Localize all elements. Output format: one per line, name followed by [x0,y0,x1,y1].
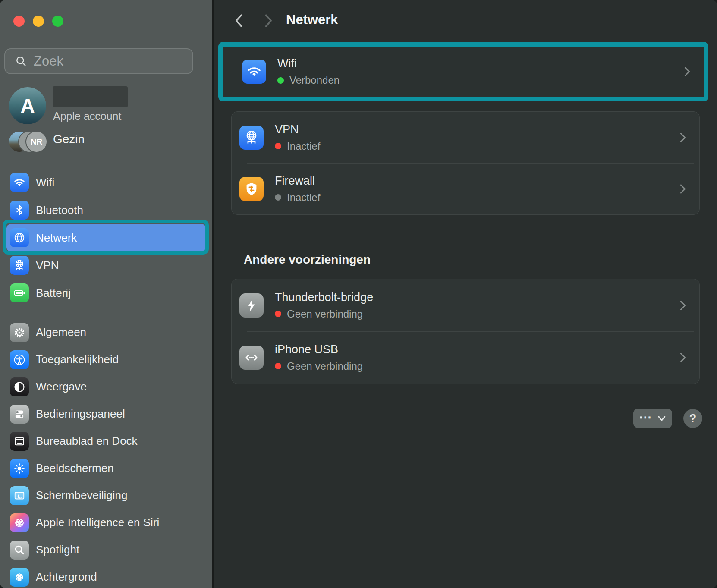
sidebar-item-label: VPN [36,259,59,272]
help-button[interactable]: ? [683,409,702,428]
sidebar-item-label: Weergave [36,380,87,393]
iphone-usb-icon [239,346,264,370]
sidebar-item-batterij[interactable]: Batterij [6,279,206,307]
sidebar-item-bureaublad-en-dock[interactable]: Bureaublad en Dock [6,428,206,455]
blurred-account-name [53,86,128,107]
section-header-other-services: Andere voorzieningen [244,253,371,267]
sidebar-item-label: Netwerk [36,231,77,245]
fullscreen-button[interactable] [52,16,63,27]
window-controls [13,16,63,27]
appearance-icon [10,377,29,396]
row-iphone-usb[interactable]: iPhone USB Geen verbinding [232,331,699,384]
status-dot-green [277,77,284,84]
chevron-right-icon [678,299,688,311]
status-text: Geen verbinding [287,360,363,372]
thunderbolt-icon [239,293,264,318]
row-firewall[interactable]: Firewall Inactief [232,163,699,214]
row-title: Thunderbolt-bridge [275,291,373,304]
annotation-box-wifi: Wifi Verbonden [218,42,708,101]
sidebar-item-netwerk[interactable]: Netwerk [6,224,206,252]
status-dot-red [275,363,281,369]
minimize-button[interactable] [33,16,44,27]
gear-icon [10,323,29,342]
sidebar-item-vpn[interactable]: VPN [6,252,206,279]
close-button[interactable] [13,16,25,27]
sidebar-item-label: Achtergrond [36,570,97,584]
wifi-icon [242,60,266,84]
sidebar-item-label: Schermbeveiliging [36,489,127,502]
main-panel: Netwerk Wifi Verbonden [214,0,717,588]
sidebar-item-bedieningspaneel[interactable]: Bedieningspaneel [6,400,206,428]
sidebar-item-label: Bureaublad en Dock [36,434,138,448]
battery-icon [10,283,29,302]
account-initial: A [20,94,35,117]
accessibility-icon [10,350,29,369]
ellipsis-icon: ⋯ [639,411,652,424]
family-label[interactable]: Gezin [53,132,85,146]
screensaver-icon [10,486,29,505]
sidebar-item-label: Wifi [36,176,54,189]
status-dot-red [275,143,281,149]
row-title: Wifi [277,57,340,70]
family-member-initials-avatar: NR [26,132,47,152]
sidebar-nav-network-group: Wifi Bluetooth Netwerk [0,169,214,307]
row-title: Firewall [275,174,320,188]
chevron-left-icon [232,12,247,29]
status-text: Verbonden [289,74,340,86]
row-title: VPN [275,123,320,136]
chevron-down-icon [657,415,667,422]
sidebar-item-wifi[interactable]: Wifi [6,169,206,196]
sidebar-item-bluetooth[interactable]: Bluetooth [6,196,206,224]
more-options-button[interactable]: ⋯ [633,409,672,428]
sidebar-item-achtergrond[interactable]: Achtergrond [6,563,206,588]
row-title: iPhone USB [275,343,363,356]
row-wifi[interactable]: Wifi Verbonden [223,47,704,97]
vpn-icon [239,126,264,150]
firewall-icon [239,177,264,201]
row-vpn[interactable]: VPN Inactief [232,112,699,163]
sidebar-item-label: Bluetooth [36,204,83,217]
search-icon [15,55,28,68]
back-button[interactable] [231,12,248,29]
search-field[interactable] [4,48,193,74]
control-center-icon [10,405,29,424]
sidebar-item-label: Bedieningspaneel [36,407,125,421]
spotlight-icon [10,541,29,560]
apple-account-label[interactable]: Apple account [53,110,121,123]
wallpaper-icon [10,568,29,587]
search-input[interactable] [34,53,186,69]
chevron-right-icon [678,352,688,364]
sidebar-item-schermbeveiliging[interactable]: Schermbeveiliging [6,482,206,509]
chevron-right-icon [260,12,276,29]
sidebar-item-apple-intelligence-en-siri[interactable]: Apple Intelligence en Siri [6,509,206,536]
sidebar-item-label: Apple Intelligence en Siri [36,516,159,529]
page-title: Netwerk [286,12,338,28]
chevron-right-icon [678,132,688,144]
family-badge: NR [31,137,42,147]
status-dot-gray [275,194,281,201]
sidebar-item-weergave[interactable]: Weergave [6,373,206,400]
forward-button[interactable] [259,12,277,29]
status-dot-red [275,311,281,317]
system-settings-window: A Apple account NR Gezin Wifi [0,0,717,588]
vpn-icon [10,256,29,275]
desktop-dock-icon [10,432,29,451]
network-globe-icon [10,228,29,247]
displays-icon [10,459,29,478]
sidebar: A Apple account NR Gezin Wifi [0,0,214,588]
account-avatar[interactable]: A [9,87,46,124]
other-services-card: Thunderbolt-bridge Geen verbinding [231,279,700,384]
sidebar-item-label: Batterij [36,286,71,300]
chevron-right-icon [678,183,688,195]
sidebar-item-beeldschermen[interactable]: Beeldschermen [6,455,206,482]
chevron-right-icon [682,66,692,78]
status-text: Inactief [287,192,320,204]
sidebar-item-spotlight[interactable]: Spotlight [6,536,206,563]
sidebar-item-label: Toegankelijkheid [36,353,119,366]
row-thunderbolt-bridge[interactable]: Thunderbolt-bridge Geen verbinding [232,279,699,331]
sidebar-nav-system-group: Algemeen Toegankelijkheid [0,319,214,588]
sidebar-item-toegankelijkheid[interactable]: Toegankelijkheid [6,346,206,373]
sidebar-item-algemeen[interactable]: Algemeen [6,319,206,346]
sidebar-item-label: Algemeen [36,326,86,339]
status-text: Inactief [287,140,320,152]
